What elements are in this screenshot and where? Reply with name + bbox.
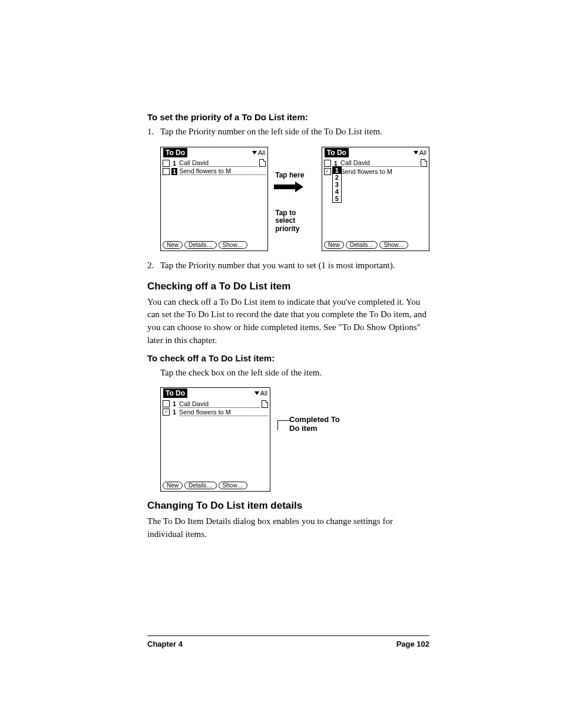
checkbox-icon[interactable] [163,160,170,167]
step-number: 1. [147,126,160,139]
palm-filter[interactable]: All [252,149,265,156]
section-heading: Changing To Do List item details [147,500,429,512]
priority-option[interactable]: 2 [333,174,341,181]
palm-title: To Do [163,388,187,398]
details-button[interactable]: Details… [184,241,217,249]
palm-filter[interactable]: All [254,390,267,397]
todo-row[interactable]: 1 Call David [163,159,266,167]
palm-header: To Do All [161,388,270,398]
figure-check-off: To Do All 1 Call David ✓ 1 Send flowers … [160,387,429,492]
todo-row[interactable]: 1 Call David [163,400,268,408]
section-heading: Checking off a To Do List item [147,281,429,292]
chapter-label: Chapter 4 [147,640,183,648]
todo-text[interactable]: Call David [179,159,257,167]
palm-button-row: New Details… Show… [161,480,270,491]
step-2: 2. Tap the Priority number that you want… [147,259,429,272]
palm-title: To Do [325,148,349,157]
details-button[interactable]: Details… [184,482,217,489]
todo-text[interactable]: Send flowers to M [340,168,427,175]
figure-set-priority: To Do All 1 Call David 1 Send flowers to… [160,147,429,251]
palm-header: To Do All [161,147,267,158]
procedure-heading: To check off a To Do List item: [147,353,429,363]
checkbox-icon[interactable] [163,168,170,175]
checkbox-checked-icon[interactable]: ✓ [163,409,170,416]
palm-screen-priority-dropdown: To Do All 1 Call David ✓ 1 Send flowers … [322,147,429,251]
todo-row[interactable]: ✓ 1 Send flowers to M [163,408,268,416]
priority-number[interactable]: 1 [171,409,177,416]
priority-number-selected[interactable]: 1 [171,168,177,175]
palm-button-row: New Details… Show… [322,239,429,251]
priority-option[interactable]: 4 [333,188,341,195]
priority-number[interactable]: 1 [171,160,177,167]
new-button[interactable]: New [163,241,183,249]
palm-button-row: New Details… Show… [161,239,267,251]
dropdown-icon [254,391,259,395]
body-paragraph: You can check off a To Do List item to i… [147,296,429,347]
todo-text[interactable]: Call David [340,159,419,167]
palm-title: To Do [163,148,187,157]
callout-column: Tap here Tap to select priority [275,147,315,251]
todo-text[interactable]: Call David [179,400,260,408]
step-text: Tap the check box on the left side of th… [160,367,429,380]
palm-body: 1 Call David 1 Send flowers to M [161,158,267,239]
callout-completed-item: Completed To Do item [289,387,342,492]
new-button[interactable]: New [163,482,183,489]
step-text: Tap the Priority number that you want to… [160,259,429,272]
show-button[interactable]: Show… [219,241,247,249]
priority-option[interactable]: 5 [333,195,341,202]
step-1: 1. Tap the Priority number on the left s… [147,126,429,139]
callout-tap-select: Tap to select priority [275,209,315,233]
palm-filter[interactable]: All [414,149,427,156]
callout-tap-here: Tap here [275,172,315,180]
note-icon[interactable] [259,159,266,167]
page-number: Page 102 [396,640,429,648]
priority-option[interactable]: 3 [333,181,341,188]
todo-text[interactable]: Send flowers to M [179,409,268,416]
palm-screen-checked: To Do All 1 Call David ✓ 1 Send flowers … [160,387,270,492]
priority-number[interactable]: 1 [171,400,177,407]
step-number: 2. [147,259,160,272]
priority-option[interactable]: 1 [333,167,341,174]
show-button[interactable]: Show… [379,241,408,249]
show-button[interactable]: Show… [219,482,247,489]
palm-body: 1 Call David ✓ 1 Send flowers to M [161,398,270,480]
details-button[interactable]: Details… [346,241,378,249]
note-icon[interactable] [262,400,268,408]
checkbox-checked-icon[interactable]: ✓ [324,168,331,175]
new-button[interactable]: New [324,241,344,249]
dropdown-icon [414,151,418,154]
page-footer: Chapter 4 Page 102 [147,635,429,648]
palm-header: To Do All [322,147,429,158]
priority-dropdown[interactable]: 1 2 3 4 5 [332,166,342,203]
todo-row[interactable]: 1 Send flowers to M [163,167,266,176]
note-icon[interactable] [421,159,427,167]
todo-text[interactable]: Send flowers to M [179,167,266,175]
step-text: Tap the Priority number on the left side… [160,126,429,139]
procedure-heading: To set the priority of a To Do List item… [147,112,429,122]
palm-screen-priority-select: To Do All 1 Call David 1 Send flowers to… [160,147,268,251]
checkbox-icon[interactable] [163,400,170,407]
body-paragraph: The To Do Item Details dialog box enable… [147,515,429,541]
callout-line [277,420,290,430]
checkbox-icon[interactable] [324,160,331,167]
dropdown-icon [252,151,257,154]
document-page: To set the priority of a To Do List item… [0,0,562,728]
